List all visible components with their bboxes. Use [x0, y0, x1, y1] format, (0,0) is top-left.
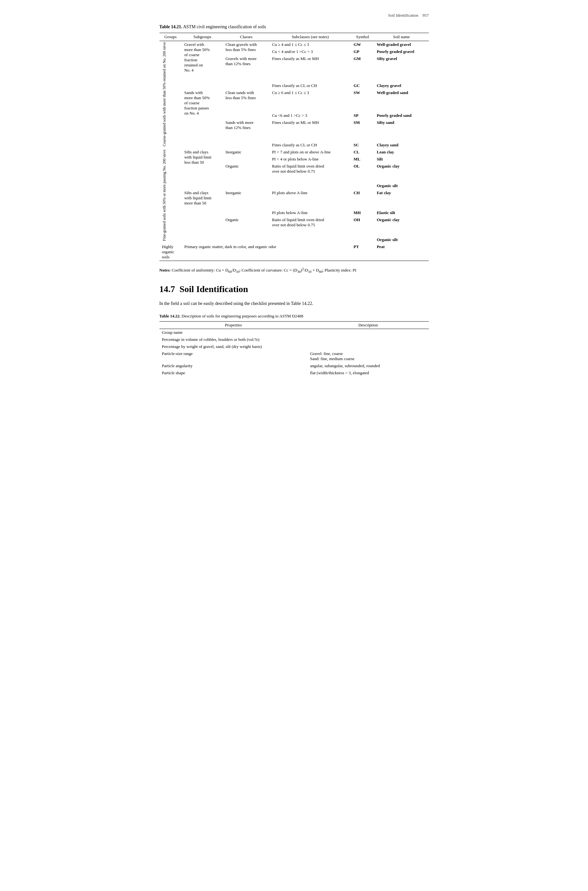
symbol-pt: PT: [351, 243, 374, 261]
name-gc: Clayey gravel: [374, 82, 429, 89]
col-subclasses: Subclasses (see notes): [270, 33, 351, 41]
table1-title: Table 14.21. ASTM civil engineering clas…: [159, 24, 429, 30]
subgroup-ll-more50: Silts and clayswith liquid limitmore tha…: [182, 189, 223, 243]
highly-organic-desc: Primary organic matter, dark in color, a…: [182, 243, 351, 261]
class-organic1: Organic: [223, 163, 270, 190]
symbol-ol-silt: [351, 182, 374, 189]
class-gravels-fines: Gravels with morethan 12% fines: [223, 55, 270, 89]
name-mh: Elastic silt: [374, 209, 429, 216]
subclass-sp: Cu <6 and 1 >Cc > 3: [270, 112, 351, 119]
symbol-sp: SP: [351, 112, 374, 119]
symbol-gc: GC: [351, 82, 374, 89]
col-soilname: Soil name: [374, 33, 429, 41]
col-symbol: Symbol: [351, 33, 374, 41]
page-header: Soil Identification 957: [159, 13, 429, 18]
table-row: Silts and clayswith liquid limitmore tha…: [159, 189, 429, 209]
table2-title: Table 14.22. Description of soils for en…: [159, 314, 429, 319]
class-inorganic1: Inorganic: [223, 149, 270, 163]
desc-angularity: angular, subangular, subrounded, rounded: [308, 362, 429, 370]
name-sw: Well-graded sand: [374, 89, 429, 112]
table2-col-properties: Properties: [159, 322, 308, 329]
table-row: Sands withmore than 50%of coarsefraction…: [159, 89, 429, 112]
symbol-oh: OH: [351, 216, 374, 236]
table2-container: Table 14.22. Description of soils for en…: [159, 314, 429, 377]
property-cobbles: Percentage in volume of cobbles, boulder…: [159, 336, 308, 343]
table-row: Coarse-grained soils with more than 50% …: [159, 41, 429, 48]
name-sm: Silty sand: [374, 119, 429, 141]
class-clean-gravels: Clean gravels withless than 5% fines: [223, 41, 270, 56]
desc-particle-size: Gravel: fine, coarseSand: fine, medium c…: [308, 350, 429, 362]
property-angularity: Particle angularity: [159, 362, 308, 370]
class-sands-fines: Sands with morethan 12% fines: [223, 119, 270, 149]
group-coarse: Coarse-grained soils with more than 50% …: [159, 41, 182, 149]
name-pt: Peat: [374, 243, 429, 261]
subclass-sc: Fines classify as CL or CH: [270, 141, 351, 149]
name-sc: Clayey sand: [374, 141, 429, 149]
subgroup-gravel: Gravel withmore than 50%of coarsefractio…: [182, 41, 223, 90]
table2-col-description: Description: [308, 322, 429, 329]
subgroup-sand: Sands withmore than 50%of coarsefraction…: [182, 89, 223, 149]
intro-paragraph: In the field a soil can be easily descri…: [159, 300, 429, 307]
symbol-gp: GP: [351, 48, 374, 55]
subclass-cl: PI > 7 and plots on or above A-line: [270, 149, 351, 156]
symbol-ml: ML: [351, 156, 374, 163]
name-ol-silt: Organic silt: [374, 182, 429, 189]
symbol-gw: GW: [351, 41, 374, 48]
subclass-oh: Ratio of liquid limit oven driedover not…: [270, 216, 351, 243]
name-oh-clay: Organic clay: [374, 216, 429, 236]
symbol-ch: CH: [351, 189, 374, 209]
symbol-gm: GM: [351, 55, 374, 82]
table-row: Highlyorganicsoils Primary organic matte…: [159, 243, 429, 261]
property-gravel-pct: Percentage by weight of gravel, sand, si…: [159, 343, 308, 350]
class-clean-sands: Clean sands withless than 5% fines: [223, 89, 270, 119]
symbol-sc: SC: [351, 141, 374, 149]
symbol-mh: MH: [351, 209, 374, 216]
subclass-ch: PI plots above A-line: [270, 189, 351, 209]
soil-classification-table: Groups Subgroups Classes Subclasses (see…: [159, 33, 429, 261]
property-shape: Particle shape: [159, 370, 308, 377]
symbol-cl: CL: [351, 149, 374, 156]
table-row: Particle-size range Gravel: fine, coarse…: [159, 350, 429, 362]
subclass-ol: Ratio of liquid limit oven driedover not…: [270, 163, 351, 190]
subclass-gm: Fines classify as ML or MH: [270, 55, 351, 82]
group-fine: Fine-grained soils with 50% or more pass…: [159, 149, 182, 243]
table-row: Particle shape flat (width/thickness > 3…: [159, 370, 429, 377]
name-cl: Lean clay: [374, 149, 429, 156]
subclass-ml: PI < 4 or plots below A-line: [270, 156, 351, 163]
section-heading: 14.7 Soil Identification: [159, 284, 429, 294]
name-ol-clay: Organic clay: [374, 163, 429, 183]
property-group-name: Group name: [159, 329, 308, 337]
symbol-sm: SM: [351, 119, 374, 141]
table-row: Group name: [159, 329, 429, 337]
col-subgroups: Subgroups: [182, 33, 223, 41]
symbol-sw: SW: [351, 89, 374, 112]
subclass-sw: Cu ≥ 6 and 1 ≤ Cc ≤ 3: [270, 89, 351, 112]
name-gw: Well-graded gravel: [374, 41, 429, 48]
class-organic2: Organic: [223, 216, 270, 243]
col-classes: Classes: [223, 33, 270, 41]
symbol-ol: OL: [351, 163, 374, 183]
subclass-gw: Cu ≥ 4 and 1 ≤ Cc ≤ 3: [270, 41, 351, 48]
name-gp: Poorly graded gravel: [374, 48, 429, 55]
name-gm: Silty gravel: [374, 55, 429, 82]
desc-shape: flat (width/thickness > 3, elongated: [308, 370, 429, 377]
name-ch: Fat clay: [374, 189, 429, 209]
name-sp: Poorly graded sand: [374, 112, 429, 119]
table1-notes: Notes: Coefficient of uniformity: Cu = D…: [159, 266, 429, 274]
table-row: Particle angularity angular, subangular,…: [159, 362, 429, 370]
subclass-gp: Cu < 4 and/or 1 >Cc > 3: [270, 48, 351, 55]
subgroup-ll-less50: Silts and clayswith liquid limitless tha…: [182, 149, 223, 190]
col-groups: Groups: [159, 33, 182, 41]
table2: Properties Description Group name Percen…: [159, 321, 429, 377]
symbol-oh-silt: [351, 236, 374, 243]
table-row: Fine-grained soils with 50% or more pass…: [159, 149, 429, 156]
table-row: Percentage by weight of gravel, sand, si…: [159, 343, 429, 350]
subclass-gc: Fines classify as CL or CH: [270, 82, 351, 89]
subclass-sm: Fines classify as ML or MH: [270, 119, 351, 141]
group-highly-organic: Highlyorganicsoils: [159, 243, 182, 261]
subclass-mh: PI plots below A-line: [270, 209, 351, 216]
table-row: Percentage in volume of cobbles, boulder…: [159, 336, 429, 343]
property-particle-size: Particle-size range: [159, 350, 308, 362]
name-oh-silt: Organic silt: [374, 236, 429, 243]
name-ml: Silt: [374, 156, 429, 163]
